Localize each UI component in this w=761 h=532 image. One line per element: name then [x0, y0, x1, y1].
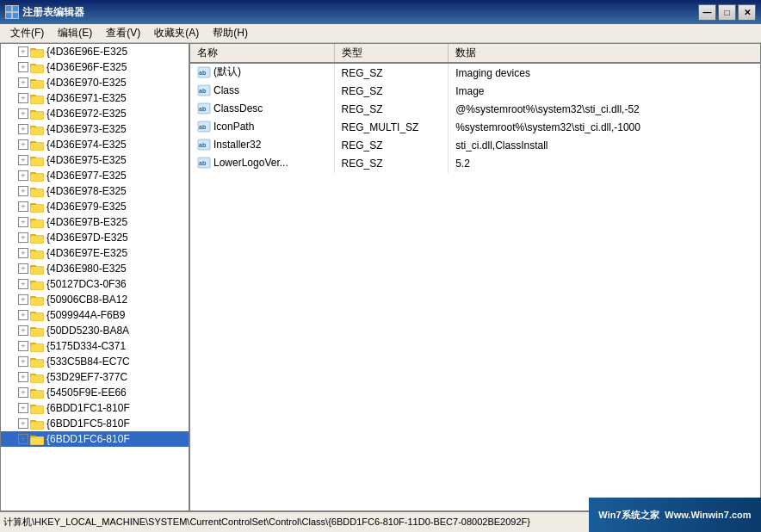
expand-icon[interactable]: +	[18, 325, 28, 336]
tree-item[interactable]: + {4D36E974-E325	[1, 137, 189, 152]
tree-item-label: {4D36E970-E325	[46, 77, 127, 89]
col-header-name[interactable]: 名称	[190, 44, 334, 63]
tree-item[interactable]: + {4D36E97E-E325	[1, 245, 189, 261]
tree-item-label: {4D36E96E-E325	[46, 46, 127, 58]
svg-rect-72	[31, 391, 43, 398]
tree-item[interactable]: + {4D36E980-E325	[1, 261, 189, 276]
tree-item[interactable]: + {54505F9E-EE66	[1, 385, 189, 400]
expand-icon[interactable]: +	[18, 294, 28, 305]
expand-icon[interactable]: +	[18, 434, 28, 444]
svg-rect-60	[31, 329, 43, 336]
tree-item[interactable]: + {4D36E973-E325	[1, 121, 189, 137]
tree-item[interactable]: + {4D36E971-E325	[1, 90, 189, 106]
svg-rect-36	[31, 205, 43, 212]
tree-item[interactable]: + {53D29EF7-377C	[1, 369, 189, 385]
svg-text:ab: ab	[199, 70, 206, 76]
menu-view[interactable]: 查看(V)	[99, 25, 147, 42]
table-row[interactable]: ab Class REG_SZImage	[190, 83, 760, 101]
close-button[interactable]: ✕	[738, 4, 756, 21]
tree-item[interactable]: + {50906CB8-BA12	[1, 292, 189, 307]
table-row[interactable]: ab ClassDesc REG_SZ@%systemroot%\system3…	[190, 101, 760, 119]
tree-item[interactable]: + {4D36E96E-E325	[1, 44, 189, 59]
window-title: 注册表编辑器	[22, 5, 698, 20]
expand-icon[interactable]: +	[18, 201, 28, 212]
expand-icon[interactable]: +	[18, 93, 28, 103]
maximize-button[interactable]: □	[718, 4, 736, 21]
minimize-button[interactable]: —	[698, 4, 716, 21]
tree-item[interactable]: + {5175D334-C371	[1, 338, 189, 354]
table-row[interactable]: ab LowerLogoVer... REG_SZ5.2	[190, 155, 760, 173]
svg-text:ab: ab	[199, 106, 206, 112]
expand-icon[interactable]: +	[18, 170, 28, 181]
menu-edit[interactable]: 编辑(E)	[51, 25, 99, 42]
tree-item-label: {533C5B84-EC7C	[46, 356, 130, 368]
tree-item[interactable]: + {533C5B84-EC7C	[1, 354, 189, 369]
tree-item-label: {50DD5230-BA8A	[46, 325, 129, 337]
tree-item[interactable]: + {50127DC3-0F36	[1, 276, 189, 292]
expand-icon[interactable]: +	[18, 232, 28, 243]
tree-item[interactable]: + {4D36E978-E325	[1, 183, 189, 199]
expand-icon[interactable]: +	[18, 248, 28, 258]
table-row[interactable]: ab IconPath REG_MULTI_SZ%systemroot%\sys…	[190, 119, 760, 137]
values-panel[interactable]: 名称 类型 数据 ab (默认) REG_SZImaging devices a…	[190, 44, 760, 510]
tree-item[interactable]: + {4D36E977-E325	[1, 168, 189, 183]
expand-icon[interactable]: +	[18, 217, 28, 227]
expand-icon[interactable]: +	[18, 108, 28, 119]
tree-item[interactable]: + {4D36E97D-E325	[1, 230, 189, 245]
tree-item[interactable]: + {4D36E97B-E325	[1, 214, 189, 230]
menu-help[interactable]: 帮助(H)	[206, 25, 255, 42]
expand-icon[interactable]: +	[18, 341, 28, 351]
tree-item-label: {4D36E973-E325	[46, 123, 127, 135]
expand-icon[interactable]: +	[18, 62, 28, 72]
folder-icon	[30, 387, 44, 399]
expand-icon[interactable]: +	[18, 186, 28, 196]
tree-item[interactable]: + {6BDD1FC6-810F	[1, 431, 189, 447]
svg-rect-0	[6, 6, 11, 11]
folder-icon	[30, 46, 44, 58]
expand-icon[interactable]: +	[18, 279, 28, 289]
table-row[interactable]: ab Installer32 REG_SZsti_ci.dll,ClassIns…	[190, 137, 760, 155]
expand-icon[interactable]: +	[18, 356, 28, 367]
svg-rect-51	[31, 282, 43, 289]
tree-item[interactable]: + {50DD5230-BA8A	[1, 323, 189, 338]
menu-file[interactable]: 文件(F)	[3, 25, 51, 42]
expand-icon[interactable]: +	[18, 372, 28, 382]
svg-rect-2	[6, 13, 11, 18]
folder-icon	[30, 216, 44, 228]
expand-icon[interactable]: +	[18, 124, 28, 134]
svg-rect-27	[31, 158, 43, 165]
expand-icon[interactable]: +	[18, 310, 28, 320]
svg-rect-12	[31, 81, 43, 88]
tree-item[interactable]: + {4D36E972-E325	[1, 106, 189, 121]
tree-item[interactable]: + {4D36E975-E325	[1, 152, 189, 168]
tree-item[interactable]: + {4D36E979-E325	[1, 199, 189, 214]
tree-item[interactable]: + {5099944A-F6B9	[1, 307, 189, 323]
tree-item-label: {4D36E980-E325	[46, 263, 127, 275]
values-table: 名称 类型 数据 ab (默认) REG_SZImaging devices a…	[190, 44, 760, 173]
folder-icon	[30, 232, 44, 244]
cell-data: Imaging devices	[449, 63, 760, 83]
tree-panel[interactable]: + {4D36E96E-E325+ {4D36E96F-E325+ {4D36E…	[1, 44, 190, 510]
tree-item[interactable]: + {6BDD1FC5-810F	[1, 416, 189, 431]
expand-icon[interactable]: +	[18, 77, 28, 88]
expand-icon[interactable]: +	[18, 46, 28, 57]
col-header-data[interactable]: 数据	[449, 44, 760, 63]
expand-icon[interactable]: +	[18, 155, 28, 165]
expand-icon[interactable]: +	[18, 418, 28, 429]
cell-type: REG_SZ	[334, 137, 449, 155]
expand-icon[interactable]: +	[18, 263, 28, 274]
expand-icon[interactable]: +	[18, 387, 28, 398]
svg-text:ab: ab	[199, 142, 206, 148]
tree-item[interactable]: + {4D36E96F-E325	[1, 59, 189, 75]
col-header-type[interactable]: 类型	[334, 44, 449, 63]
expand-icon[interactable]: +	[18, 403, 28, 413]
menu-favorites[interactable]: 收藏夹(A)	[147, 25, 206, 42]
tree-item-label: {5175D334-C371	[46, 340, 126, 352]
tree-item-label: {5099944A-F6B9	[46, 309, 125, 321]
cell-type: REG_MULTI_SZ	[334, 119, 449, 137]
tree-item[interactable]: + {4D36E970-E325	[1, 75, 189, 90]
expand-icon[interactable]: +	[18, 139, 28, 150]
tree-item[interactable]: + {6BDD1FC1-810F	[1, 400, 189, 416]
folder-icon	[30, 139, 44, 151]
table-row[interactable]: ab (默认) REG_SZImaging devices	[190, 63, 760, 83]
